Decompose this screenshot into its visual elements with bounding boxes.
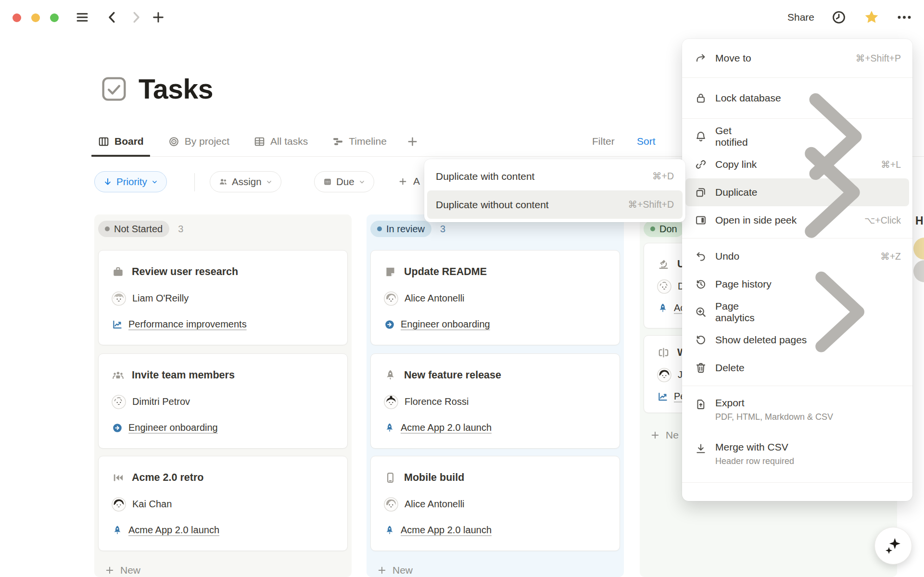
ai-assistant-button[interactable]: [874, 527, 912, 564]
card-project-link[interactable]: Acme App 2.0 launch: [112, 525, 334, 536]
more-options-button[interactable]: [896, 9, 912, 25]
add-view-button[interactable]: [405, 134, 420, 149]
menu-item-page-analytics[interactable]: Page analytics: [682, 298, 912, 326]
card-title-row: Update README: [384, 265, 607, 278]
task-card[interactable]: Review user researchLiam O'ReillyPerform…: [98, 250, 348, 345]
menu-item-duplicate[interactable]: Duplicate: [685, 178, 909, 206]
add-filter-button[interactable]: A: [398, 176, 420, 187]
new-card-button[interactable]: Ne: [650, 429, 679, 441]
status-dot-icon: [105, 226, 110, 231]
window-topbar: Share: [0, 0, 924, 35]
sidebar-menu-icon[interactable]: [75, 10, 89, 25]
merge-icon: [695, 442, 707, 455]
menu-item-merge-with-csv[interactable]: Merge with CSVHeader row required: [682, 434, 912, 478]
new-card-button[interactable]: New: [377, 564, 413, 576]
rocket-gray-icon: [384, 369, 397, 382]
card-assignee-row: Alice Antonelli: [384, 497, 607, 512]
updates-clock-button[interactable]: [831, 9, 847, 25]
traffic-close-button[interactable]: [13, 13, 21, 22]
avatar: [112, 291, 126, 306]
submenu-item-duplicate-with-content[interactable]: Duplicate with content⌘+D: [427, 162, 683, 190]
column-status-pill[interactable]: Not Started: [98, 221, 169, 237]
card-project-label: Acme App 2.0 launch: [128, 525, 219, 536]
tab-board[interactable]: Board: [91, 134, 150, 149]
page-analytics-icon: [695, 306, 707, 318]
move-to-icon: [695, 52, 707, 64]
new-tab-button[interactable]: [151, 10, 165, 25]
microscope-icon: [657, 258, 670, 271]
task-card[interactable]: Invite team membersDimitri PetrovEnginee…: [98, 353, 348, 449]
flip-icon: [657, 346, 670, 359]
page-title[interactable]: Tasks: [139, 73, 213, 105]
sort-button[interactable]: Sort: [637, 126, 656, 157]
arrow-circle-icon: [112, 422, 123, 434]
plus-icon: [406, 136, 418, 148]
rocket-icon: [384, 422, 395, 434]
avatar: [384, 291, 398, 306]
menu-item-subtitle: Header row required: [715, 456, 794, 466]
arrow-down-icon: [103, 177, 113, 187]
assign-filter-pill[interactable]: Assign: [210, 171, 281, 192]
task-card[interactable]: Update READMEAlice AntonelliEngineer onb…: [370, 250, 620, 345]
card-title-row: Mobile build: [384, 471, 607, 484]
task-card[interactable]: Acme 2.0 retroKai ChanAcme App 2.0 launc…: [98, 456, 348, 551]
phone-icon: [384, 471, 397, 484]
tab-label: Timeline: [349, 136, 387, 147]
new-card-label: Ne: [666, 429, 679, 441]
menu-item-shortcut: ⌘+Shift+P: [856, 53, 901, 64]
avatar: [112, 497, 126, 512]
submenu-item-duplicate-without-content[interactable]: Duplicate without content⌘+Shift+D: [427, 190, 683, 219]
clock-icon: [831, 10, 847, 25]
submenu-item-shortcut: ⌘+D: [652, 171, 674, 182]
menu-item-label: Undo: [715, 251, 739, 262]
card-project-link[interactable]: Engineer onboarding: [112, 422, 334, 434]
filter-button[interactable]: Filter: [592, 126, 615, 157]
page-options-menu: Move to⌘+Shift+PLock databaseGet notifie…: [682, 39, 912, 501]
menu-item-label: Show deleted pages: [715, 334, 807, 346]
share-button[interactable]: Share: [787, 12, 814, 23]
board-column-in-review: In review3Update READMEAlice AntonelliEn…: [367, 214, 624, 577]
meeting-icon: [112, 369, 125, 382]
traffic-minimize-button[interactable]: [31, 13, 40, 22]
priority-sort-pill[interactable]: Priority: [94, 171, 167, 192]
column-status-pill[interactable]: Don: [644, 221, 684, 237]
new-card-button[interactable]: New: [105, 564, 140, 576]
traffic-zoom-button[interactable]: [50, 13, 59, 22]
due-filter-pill[interactable]: Due: [314, 171, 374, 192]
assign-pill-label: Assign: [232, 176, 262, 188]
tab-all-tasks[interactable]: All tasks: [247, 134, 314, 149]
column-status-pill[interactable]: In review: [370, 221, 431, 237]
back-button[interactable]: [105, 10, 119, 25]
card-assignee-name: Alice Antonelli: [405, 499, 465, 510]
avatar: [657, 279, 671, 294]
card-title-row: Review user research: [112, 265, 334, 278]
card-title-row: New feature release: [384, 369, 607, 382]
page-history-icon: [695, 278, 707, 290]
table-icon: [253, 136, 266, 148]
new-card-label: New: [120, 564, 140, 576]
favorite-star-button[interactable]: [863, 9, 880, 25]
due-pill-label: Due: [336, 176, 354, 188]
card-title: Acme 2.0 retro: [132, 472, 203, 484]
tab-timeline[interactable]: Timeline: [326, 134, 393, 149]
card-title: Update README: [404, 266, 487, 278]
card-project-link[interactable]: Engineer onboarding: [384, 319, 607, 330]
card-project-link[interactable]: Acme App 2.0 launch: [384, 422, 607, 434]
task-card[interactable]: New feature releaseFlorence RossiAcme Ap…: [370, 353, 620, 449]
menu-item-label: Merge with CSV: [715, 441, 794, 453]
submenu-chevron-icon: [758, 121, 901, 264]
tab-label: Board: [114, 136, 144, 147]
undo-icon: [695, 250, 707, 263]
tab-by-project[interactable]: By project: [162, 134, 236, 149]
card-project-link[interactable]: Performance improvements: [112, 319, 334, 330]
chevron-down-icon: [358, 178, 366, 186]
menu-item-export[interactable]: ExportPDF, HTML, Markdown & CSV: [682, 390, 912, 434]
menu-item-label: Duplicate: [715, 187, 758, 198]
plus-icon: [377, 565, 387, 575]
lock-icon: [695, 92, 707, 104]
forward-button[interactable]: [129, 10, 143, 25]
page-emoji-checkbox-icon[interactable]: [101, 76, 127, 102]
task-card[interactable]: Mobile buildAlice AntonelliAcme App 2.0 …: [370, 456, 620, 551]
card-project-link[interactable]: Acme App 2.0 launch: [384, 525, 607, 536]
card-assignee-row: Alice Antonelli: [384, 291, 607, 306]
